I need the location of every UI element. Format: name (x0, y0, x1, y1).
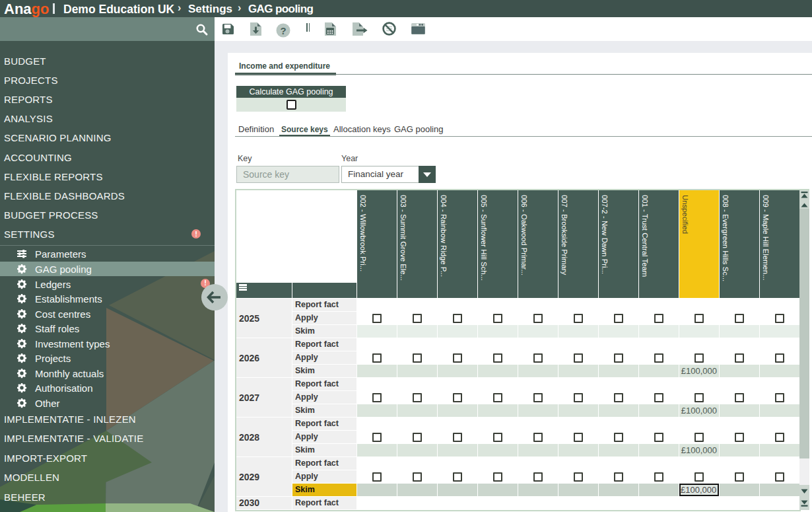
svg-text:?: ? (280, 25, 286, 36)
